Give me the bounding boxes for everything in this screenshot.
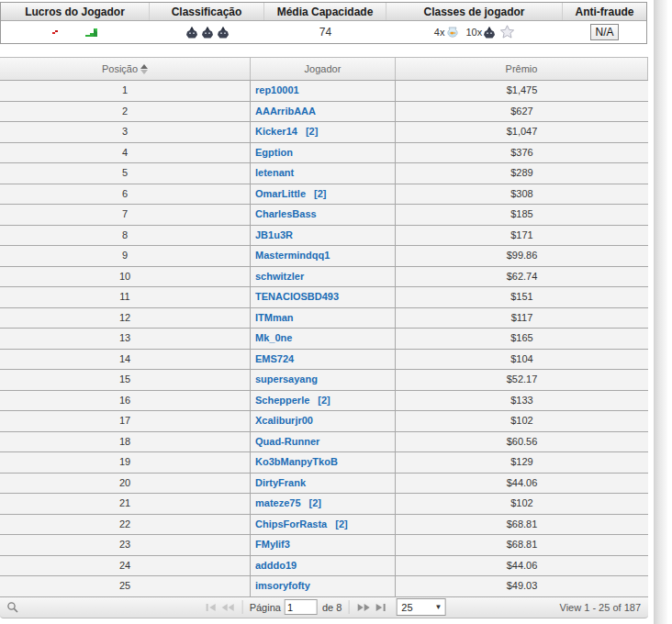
table-row: 20 DirtyFrank $44.06 — [0, 474, 648, 495]
player-cell: imsoryfofty — [251, 576, 396, 596]
stats-values-row: 74 4x 10x N/A — [1, 21, 646, 43]
prev-page-button[interactable] — [219, 600, 236, 615]
column-header-posicao[interactable]: Posição — [0, 58, 251, 80]
player-link[interactable]: Xcaliburjr00 — [255, 415, 313, 426]
player-cell: Kicker14[2] — [251, 122, 396, 142]
player-link[interactable]: Kicker14 — [255, 126, 297, 137]
prize-cell: $102 — [396, 494, 648, 514]
table-row: 2 AAArribAAA $627 — [0, 102, 648, 123]
player-link[interactable]: supersayang — [255, 373, 318, 384]
player-link[interactable]: adddo19 — [255, 560, 297, 571]
shark-multiplier: 10x — [465, 27, 482, 38]
player-cell: EMS724 — [251, 350, 396, 370]
player-link[interactable]: EMS724 — [255, 353, 294, 364]
first-page-button[interactable] — [203, 600, 219, 615]
prize-cell: $52.17 — [396, 370, 648, 390]
media-capacidade-cell: 74 — [264, 26, 386, 39]
prize-cell: $308 — [396, 184, 648, 205]
position-cell: 25 — [0, 576, 251, 596]
table-row: 19 Ko3bManpyTkoB $129 — [0, 452, 648, 474]
player-link[interactable]: Egption — [255, 147, 293, 158]
page-size-select[interactable]: 25 ▼ — [396, 598, 445, 616]
player-cell: Ko3bManpyTkoB — [251, 452, 396, 473]
player-link[interactable]: Mastermindqq1 — [255, 250, 330, 261]
table-row: 1 rep10001 $1,475 — [0, 81, 648, 102]
player-link[interactable]: TENACIOSBD493 — [255, 291, 339, 302]
anti-fraude-button[interactable]: N/A — [590, 24, 618, 40]
stats-col-lucros: Lucros do Jogador — [1, 3, 150, 20]
player-cell: mateze75[2] — [251, 494, 396, 514]
player-link[interactable]: rep10001 — [255, 84, 299, 95]
player-link[interactable]: Mk_0ne — [255, 332, 292, 343]
prize-cell: $1,475 — [396, 81, 648, 101]
page-number-input[interactable] — [285, 599, 318, 615]
player-link[interactable]: FMyIif3 — [255, 539, 290, 550]
prize-cell: $376 — [396, 143, 648, 163]
position-cell: 8 — [0, 226, 251, 246]
table-row: 6 OmarLittle[2] $308 — [0, 184, 648, 206]
grid-header-row: Posição Jogador Prêmio — [0, 57, 648, 81]
player-cell: Quad-Runner — [251, 432, 396, 452]
player-link[interactable]: CharlesBass — [255, 208, 317, 219]
player-tag: [2] — [318, 395, 330, 406]
classificacao-cell — [150, 27, 264, 39]
table-row: 9 Mastermindqq1 $99.86 — [0, 246, 648, 267]
last-page-button[interactable] — [372, 600, 388, 615]
prize-cell: $62.74 — [396, 267, 648, 287]
player-link[interactable]: letenant — [255, 167, 294, 178]
loss-sparkline-icon — [52, 29, 59, 35]
position-cell: 17 — [0, 411, 251, 431]
table-row: 23 FMyIif3 $68.81 — [0, 535, 648, 556]
position-cell: 6 — [0, 184, 251, 205]
table-row: 4 Egption $376 — [0, 143, 648, 164]
shark-icon — [483, 27, 496, 39]
player-tag: [2] — [314, 188, 326, 199]
position-cell: 3 — [0, 122, 251, 142]
table-body: 1 rep10001 $1,475 2 AAArribAAA $627 3 Ki… — [0, 81, 648, 597]
player-link[interactable]: Ko3bManpyTkoB — [255, 456, 338, 467]
prize-cell: $117 — [396, 308, 648, 329]
table-row: 21 mateze75[2] $102 — [0, 494, 648, 515]
lucros-cell — [1, 27, 150, 38]
player-link[interactable]: Quad-Runner — [255, 436, 319, 447]
position-cell: 23 — [0, 535, 251, 555]
player-link[interactable]: mateze75 — [255, 497, 301, 508]
column-header-jogador[interactable]: Jogador — [251, 58, 396, 80]
player-link[interactable]: ChipsForRasta — [255, 518, 327, 529]
position-cell: 5 — [0, 163, 251, 184]
player-cell: Egption — [251, 143, 396, 163]
table-row: 15 supersayang $52.17 — [0, 370, 648, 391]
position-cell: 24 — [0, 556, 251, 576]
prize-cell: $151 — [396, 287, 648, 307]
position-cell: 18 — [0, 432, 251, 452]
page-total-label: de 8 — [322, 602, 342, 613]
player-cell: schwitzler — [251, 267, 396, 287]
player-cell: Mastermindqq1 — [251, 246, 396, 266]
position-cell: 20 — [0, 474, 251, 494]
player-link[interactable]: OmarLittle — [255, 188, 306, 199]
table-row: 11 TENACIOSBD493 $151 — [0, 287, 648, 308]
player-link[interactable]: JB1u3R — [255, 229, 293, 240]
table-row: 25 imsoryfofty $49.03 — [0, 576, 648, 597]
player-link[interactable]: Schepperle — [255, 395, 309, 406]
position-cell: 9 — [0, 246, 251, 266]
table-row: 17 Xcaliburjr00 $102 — [0, 411, 648, 432]
player-link[interactable]: ITMman — [255, 312, 294, 323]
player-cell: ITMman — [251, 308, 396, 329]
page-size-value: 25 — [397, 602, 431, 613]
player-link[interactable]: DirtyFrank — [255, 477, 306, 488]
player-link[interactable]: schwitzler — [255, 271, 304, 282]
position-cell: 10 — [0, 267, 251, 287]
player-cell: letenant — [251, 163, 396, 184]
column-header-premio[interactable]: Prêmio — [396, 58, 648, 80]
position-cell: 15 — [0, 370, 251, 390]
player-link[interactable]: AAArribAAA — [255, 106, 316, 117]
table-row: 16 Schepperle[2] $133 — [0, 391, 648, 412]
next-page-button[interactable] — [355, 600, 372, 615]
table-row: 24 adddo19 $44.06 — [0, 556, 648, 577]
search-icon[interactable] — [6, 601, 19, 614]
position-cell: 1 — [0, 81, 251, 101]
position-cell: 2 — [0, 102, 251, 122]
player-link[interactable]: imsoryfofty — [255, 580, 310, 591]
prize-cell: $133 — [396, 391, 648, 411]
